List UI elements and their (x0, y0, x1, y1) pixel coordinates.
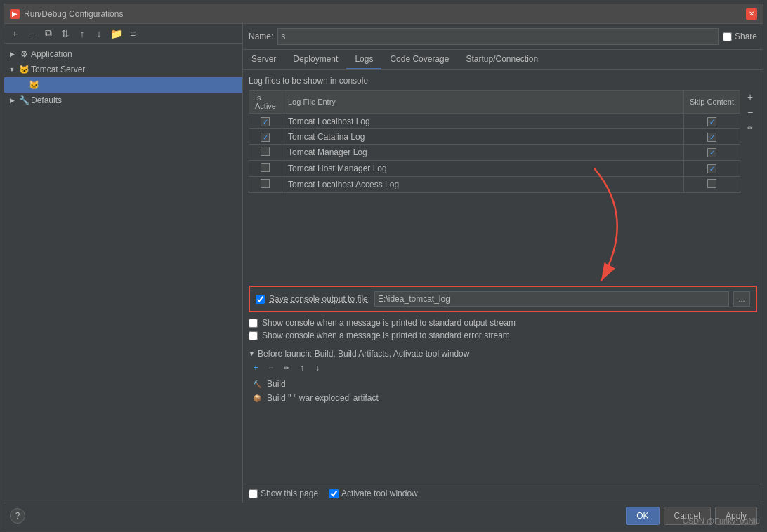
col-is-active: Is Active (249, 91, 282, 114)
folder-config-button[interactable]: 📁 (108, 26, 124, 41)
activate-tool-option: Activate tool window (329, 488, 418, 498)
footer-left: ? (10, 508, 25, 524)
artifact-icon: 📦 (251, 392, 263, 404)
before-launch-toolbar: + − ✏ ↑ ↓ (249, 361, 757, 374)
add-log-button[interactable]: + (743, 90, 757, 104)
remove-log-button[interactable]: − (743, 105, 757, 119)
bl-up-button[interactable]: ↑ (295, 361, 309, 374)
artifact-label: Build '' '' war exploded' artifact (267, 393, 379, 403)
close-button[interactable]: ✕ (746, 8, 757, 20)
bl-edit-button[interactable]: ✏ (280, 361, 294, 374)
activate-tool-checkbox[interactable] (329, 489, 339, 498)
add-config-button[interactable]: + (7, 26, 22, 41)
save-console-label: Save console output to file: (269, 294, 370, 304)
tab-deployment[interactable]: Deployment (284, 50, 346, 69)
active-cell-2[interactable] (249, 129, 282, 145)
save-console-checkbox[interactable] (256, 295, 265, 304)
skip-checkbox-3[interactable] (707, 148, 716, 157)
sidebar-item-tomcat-child[interactable]: 🐱 (4, 77, 242, 93)
collapse-arrow-icon: ▼ (249, 350, 255, 357)
dialog-body: + − ⧉ ⇅ ↑ ↓ 📁 ≡ ▶ ⚙ Application ▼ (4, 24, 763, 503)
share-checkbox[interactable] (723, 32, 732, 41)
save-path-input[interactable] (374, 291, 729, 307)
run-debug-dialog: ▶ Run/Debug Configurations ✕ + − ⧉ ⇅ ↑ ↓… (4, 4, 763, 528)
defaults-icon: 🔧 (18, 95, 29, 106)
arrow-icon: ▼ (7, 65, 17, 74)
tab-code-coverage[interactable]: Code Coverage (381, 50, 457, 69)
application-icon: ⚙ (18, 48, 29, 60)
active-checkbox-3[interactable] (261, 147, 270, 156)
section-label: Log files to be shown in console (249, 76, 757, 86)
console-option-stdout: Show console when a message is printed t… (249, 318, 757, 328)
active-checkbox-4[interactable] (261, 163, 270, 172)
sidebar: + − ⧉ ⇅ ↑ ↓ 📁 ≡ ▶ ⚙ Application ▼ (4, 24, 243, 503)
active-cell-3[interactable] (249, 145, 282, 161)
skip-cell-1[interactable] (684, 114, 740, 129)
sidebar-toolbar: + − ⧉ ⇅ ↑ ↓ 📁 ≡ (4, 24, 242, 44)
bl-add-button[interactable]: + (249, 361, 263, 374)
bottom-options: Show this page Activate tool window (243, 484, 763, 503)
arrow-icon: ▶ (7, 95, 17, 105)
show-page-checkbox[interactable] (249, 489, 258, 498)
build-label: Build (267, 379, 286, 389)
before-launch-section: ▼ Before launch: Build, Build Artifacts,… (249, 349, 757, 405)
log-name-cell-2: Tomcat Catalina Log (282, 129, 683, 145)
name-input[interactable] (277, 28, 719, 45)
sidebar-item-label: Application (31, 49, 72, 59)
sidebar-item-application[interactable]: ▶ ⚙ Application (4, 46, 242, 62)
main-content: Name: Share Server Deployment Logs Code … (243, 24, 763, 503)
tab-logs[interactable]: Logs (346, 50, 381, 69)
sidebar-item-tomcat-server[interactable]: ▼ 🐱 Tomcat Server (4, 62, 242, 77)
copy-config-button[interactable]: ⧉ (41, 26, 56, 41)
skip-cell-4[interactable] (684, 161, 740, 177)
console-stdout-label: Show console when a message is printed t… (262, 318, 516, 328)
skip-checkbox-1[interactable] (707, 117, 716, 126)
active-checkbox-1[interactable] (261, 117, 270, 126)
tab-startup-connection[interactable]: Startup/Connection (457, 50, 546, 69)
console-stderr-checkbox[interactable] (249, 331, 258, 340)
skip-cell-2[interactable] (684, 129, 740, 145)
log-name-cell-5: Tomcat Localhost Access Log (282, 177, 683, 193)
name-label: Name: (249, 32, 273, 41)
console-option-stderr: Show console when a message is printed t… (249, 331, 757, 340)
log-table: Is Active Log File Entry Skip Content (249, 90, 740, 193)
active-cell-4[interactable] (249, 161, 282, 177)
share-label: Share (735, 32, 757, 41)
skip-cell-3[interactable] (684, 145, 740, 161)
title-bar: ▶ Run/Debug Configurations ✕ (4, 4, 763, 24)
dialog-footer: ? OK Cancel Apply (4, 503, 763, 528)
console-stdout-checkbox[interactable] (249, 319, 258, 328)
title-bar-controls: ✕ (746, 8, 757, 20)
remove-config-button[interactable]: − (24, 26, 39, 41)
col-skip-content: Skip Content (684, 91, 740, 114)
browse-button[interactable]: ... (733, 291, 750, 307)
activate-tool-label: Activate tool window (341, 488, 418, 498)
active-cell-5[interactable] (249, 177, 282, 193)
active-checkbox-5[interactable] (261, 179, 270, 188)
sort-config-button[interactable]: ≡ (125, 26, 140, 41)
ok-button[interactable]: OK (626, 507, 659, 525)
active-checkbox-2[interactable] (261, 133, 270, 142)
content-area: Log files to be shown in console Is Acti… (243, 70, 763, 503)
skip-cell-5[interactable] (684, 177, 740, 193)
active-cell-1[interactable] (249, 114, 282, 129)
skip-checkbox-2[interactable] (707, 133, 716, 142)
watermark: CSDN @Funky_oaNiu (683, 517, 760, 525)
tab-content-logs: Log files to be shown in console Is Acti… (243, 70, 763, 484)
skip-checkbox-4[interactable] (707, 164, 716, 173)
move-config-button[interactable]: ⇅ (58, 26, 73, 41)
tabs-row: Server Deployment Logs Code Coverage Sta… (243, 50, 763, 70)
edit-log-button[interactable]: ✏ (743, 121, 757, 135)
help-button[interactable]: ? (10, 508, 25, 524)
log-name-cell-3: Tomcat Manager Log (282, 145, 683, 161)
bl-down-button[interactable]: ↓ (310, 361, 324, 374)
bl-remove-button[interactable]: − (264, 361, 278, 374)
down-config-button[interactable]: ↓ (91, 26, 107, 41)
up-config-button[interactable]: ↑ (74, 26, 90, 41)
sidebar-item-defaults[interactable]: ▶ 🔧 Defaults (4, 93, 242, 108)
tab-server[interactable]: Server (243, 50, 284, 69)
tomcat-child-icon: 🐱 (28, 79, 39, 91)
skip-checkbox-5[interactable] (707, 179, 716, 188)
show-page-option: Show this page (249, 488, 318, 498)
name-row: Name: Share (243, 24, 763, 50)
